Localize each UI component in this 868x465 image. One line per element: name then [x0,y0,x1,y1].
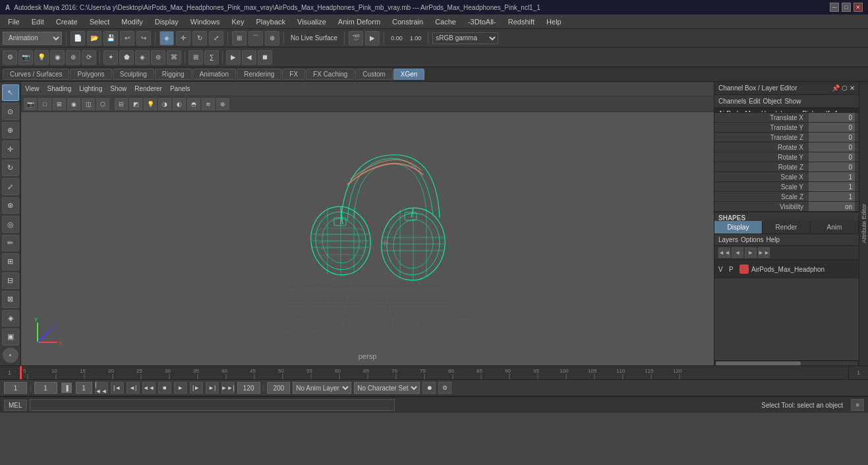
settings-icon-btn[interactable]: ⚙ [3,50,17,65]
vp-light-btn[interactable]: 💡 [144,98,157,110]
menu-item-display[interactable]: Display [150,16,184,27]
viewport-menu-shading[interactable]: Shading [47,85,72,92]
viewport-menu-show[interactable]: Show [110,85,127,92]
vp-camera-btn[interactable]: 📷 [24,98,37,110]
camera-icon-btn[interactable]: 📷 [18,50,33,65]
viewport-menu-view[interactable]: View [25,85,40,92]
paint-sel-btn[interactable]: ⊕ [2,122,19,139]
viewport-menu-panels[interactable]: Panels [170,85,190,92]
sculpt-btn[interactable]: ✏ [2,235,19,251]
tab-rendering[interactable]: Rendering [237,69,281,80]
light-icon-btn[interactable]: 💡 [34,50,49,65]
anim-end-input[interactable] [267,382,290,394]
menu-item-windows[interactable]: Windows [185,16,225,27]
vp-shadow-btn[interactable]: ◑ [158,98,171,110]
snap-point[interactable]: ⊕ [265,31,279,46]
layer-scrollbar[interactable] [714,360,859,365]
next-key-btn[interactable]: ►| [206,382,219,394]
vp-filmgate-btn[interactable]: □ [38,98,51,110]
skeleton-icon-btn[interactable]: ✦ [103,50,118,65]
vp-wire-btn[interactable]: ⊞ [53,98,66,110]
layer-next-btn[interactable]: ► [745,247,757,258]
menu-item-redshift[interactable]: Redshift [503,16,540,27]
scroll-track[interactable] [716,361,857,365]
start-frame-input[interactable] [34,382,57,394]
prev-frame-btn[interactable]: ◄| [127,382,140,394]
script-editor-btn[interactable]: ≡ [851,399,864,411]
save-file-button[interactable]: 💾 [103,31,118,46]
scale-lt-btn[interactable]: ⤢ [2,178,19,195]
mode-select[interactable]: Animation [3,32,62,45]
tab-xgen[interactable]: XGen [393,69,425,80]
window-controls[interactable]: ─ □ ✕ [830,3,863,12]
show-manip-btn[interactable]: ⊞ [2,253,19,270]
cb-pin-icon[interactable]: 📌 [832,84,840,92]
move-lt-btn[interactable]: ✛ [2,140,19,157]
playback-btn3[interactable]: ⏹ [258,50,272,65]
cb-menu-object[interactable]: Object [763,98,782,105]
vp-grid-btn[interactable]: ⊟ [115,98,128,110]
vp-motion-btn[interactable]: ≋ [202,98,215,110]
rotate-z-input[interactable] [809,162,855,171]
set-driven-btn[interactable]: ⊞ [188,50,203,65]
deform-icon-btn[interactable]: ⟳ [82,50,96,65]
play-back-btn[interactable]: ◄◄ [142,382,156,394]
snap-lt-btn[interactable]: ⊟ [2,272,19,289]
scale-x-input[interactable] [809,172,855,181]
rotate-lt-btn[interactable]: ↻ [2,160,19,176]
blendshape-icon-btn[interactable]: ⊜ [151,50,165,65]
vp-hud-btn[interactable]: ◩ [129,98,142,110]
scale-z-input[interactable] [809,192,855,201]
scroll-thumb[interactable] [716,361,801,365]
expression-btn[interactable]: ∑ [204,50,219,65]
cb-menu-show[interactable]: Show [784,98,801,105]
menu-item-key[interactable]: Key [226,16,249,27]
move-tool[interactable]: ✛ [176,31,190,46]
menu-item-select[interactable]: Select [84,16,115,27]
cb-float-icon[interactable]: ⬡ [842,84,848,92]
scale-tool[interactable]: ⤢ [209,31,223,46]
layer-visibility[interactable]: V [718,266,726,273]
wire-icon-btn[interactable]: ⌘ [167,50,181,65]
ipr-button[interactable]: ▶ [365,31,380,46]
menu-item-visualize[interactable]: Visualize [292,16,332,27]
go-start-btn[interactable]: |◄◄ [95,382,108,394]
constraint-icon-btn[interactable]: ⊛ [66,50,80,65]
autokey-btn[interactable]: ⏺ [422,382,436,394]
layer-left-btn[interactable]: ◄◄ [718,247,730,258]
render-tab[interactable]: Render [763,221,811,233]
visibility-input[interactable] [809,202,855,211]
cb-menu-channels[interactable]: Channels [718,98,746,105]
open-file-button[interactable]: 📂 [87,31,101,46]
settings-btn[interactable]: ⚙ [438,382,451,394]
tab-rigging[interactable]: Rigging [155,69,192,80]
help-menu[interactable]: Help [766,236,780,243]
menu-item-modify[interactable]: Modify [116,16,148,27]
snap-grid[interactable]: ⊞ [232,31,246,46]
rotate-y-input[interactable] [809,152,855,162]
layer-right-btn[interactable]: ►► [758,247,770,258]
vp-bounding-btn[interactable]: ◫ [82,98,95,110]
select-tool[interactable]: ◈ [159,31,174,46]
translate-y-input[interactable] [809,123,855,132]
attribute-editor-strip[interactable]: Attribute Editor [859,82,868,365]
menu-item-file[interactable]: File [3,16,25,27]
layer-color-swatch[interactable] [739,264,749,274]
history-btn[interactable]: ⊠ [2,291,19,307]
render-lt-btn[interactable]: ◈ [2,310,19,326]
menu-item-edit[interactable]: Edit [26,16,49,27]
play-btn[interactable]: ► [174,382,187,394]
redo-button[interactable]: ↪ [136,31,151,46]
scale-y-input[interactable] [809,182,855,191]
lasso-tool-btn[interactable]: ⊙ [2,103,19,119]
layers-menu[interactable]: Layers [718,236,738,243]
render-view-button[interactable]: 🎬 [349,31,363,46]
cluster-icon-btn[interactable]: ◈ [135,50,150,65]
stop-btn[interactable]: ■ [158,382,171,394]
menu-item-create[interactable]: Create [51,16,83,27]
skin-icon-btn[interactable]: ⬟ [119,50,134,65]
tab-animation[interactable]: Animation [192,69,236,80]
menu-item-help[interactable]: Help [541,16,567,27]
vp-ao-btn[interactable]: ◓ [187,98,200,110]
playback-btn1[interactable]: ▶ [226,50,241,65]
